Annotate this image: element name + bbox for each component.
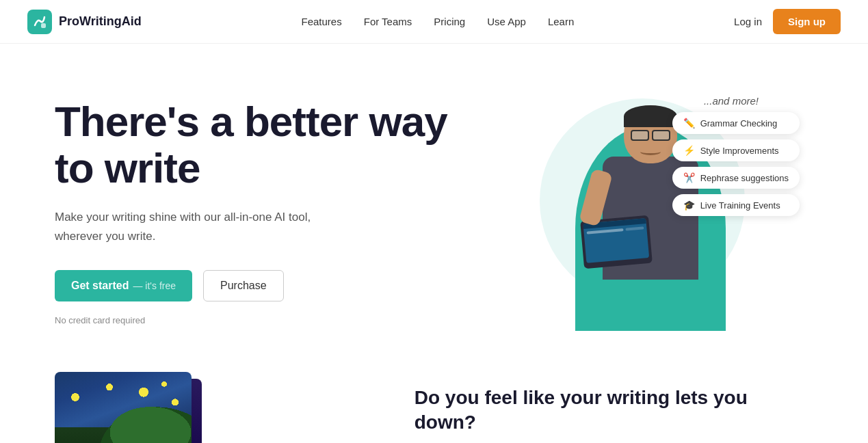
second-section: My idea in my head Do you feel like your… <box>0 358 868 443</box>
login-button[interactable]: Log in <box>734 16 762 27</box>
style-icon: ⚡ <box>683 145 695 156</box>
nav-actions: Log in Sign up <box>734 9 841 34</box>
second-content: Do you feel like your writing lets you d… <box>415 372 813 443</box>
hero-content: There's a better way to write Make your … <box>55 85 472 325</box>
nav-pricing[interactable]: Pricing <box>434 16 465 27</box>
logo-icon <box>27 10 52 34</box>
logo-link[interactable]: ProWritingAid <box>27 10 142 34</box>
nav-for-teams[interactable]: For Teams <box>364 16 412 27</box>
rephrase-icon: ✂️ <box>683 172 695 183</box>
feature-pill-style: ⚡ Style Improvements <box>672 139 800 161</box>
artwork-container: My idea in my head <box>55 372 373 443</box>
feature-pills: ✏️ Grammar Checking ⚡ Style Improvements… <box>672 112 800 216</box>
nav-learn[interactable]: Learn <box>548 16 574 27</box>
svg-rect-0 <box>41 23 46 28</box>
hero-visual: ...and more! ✦ ✏️ Grammar Checking ⚡ Sty… <box>472 85 813 331</box>
navbar: ProWritingAid Features For Teams Pricing… <box>0 0 868 44</box>
rephrase-label: Rephrase suggestions <box>700 173 789 183</box>
get-started-label: Get started <box>71 280 129 292</box>
second-title: Do you feel like your writing lets you d… <box>415 386 813 435</box>
free-text: — it's free <box>133 280 176 291</box>
signup-button[interactable]: Sign up <box>773 9 841 34</box>
nav-links: Features For Teams Pricing Use App Learn <box>302 16 575 28</box>
no-credit-card-text: No credit card required <box>55 315 472 325</box>
feature-pill-rephrase: ✂️ Rephrase suggestions <box>672 167 800 189</box>
feature-pill-training: 🎓 Live Training Events <box>672 194 800 216</box>
style-label: Style Improvements <box>700 146 779 156</box>
grammar-icon: ✏️ <box>683 118 695 129</box>
hero-title: There's a better way to write <box>55 98 472 191</box>
training-icon: 🎓 <box>683 200 695 211</box>
get-started-button[interactable]: Get started — it's free <box>55 270 192 301</box>
artwork-card-front <box>55 372 192 443</box>
nav-use-app[interactable]: Use App <box>487 16 526 27</box>
starry-night-art <box>55 372 192 443</box>
grammar-label: Grammar Checking <box>700 118 778 129</box>
hero-section: There's a better way to write Make your … <box>0 44 868 358</box>
logo-text: ProWritingAid <box>59 14 142 29</box>
more-text: ...and more! <box>704 95 759 107</box>
feature-pill-grammar: ✏️ Grammar Checking <box>672 112 800 134</box>
hero-cta: Get started — it's free Purchase <box>55 270 472 301</box>
hero-subtitle: Make your writing shine with our all-in-… <box>55 208 342 245</box>
training-label: Live Training Events <box>700 200 780 211</box>
nav-features[interactable]: Features <box>302 16 342 27</box>
purchase-button[interactable]: Purchase <box>203 270 284 301</box>
